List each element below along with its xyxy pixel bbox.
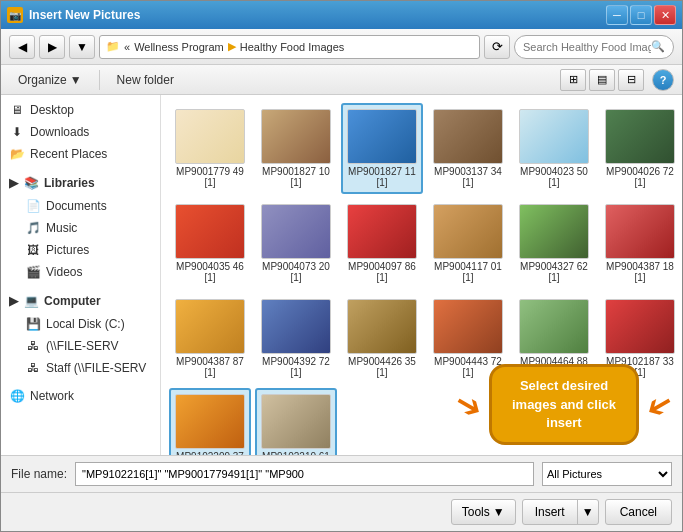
refresh-button[interactable]: ⟳ (484, 35, 510, 59)
file-item[interactable]: MP9102210 61[1] (255, 388, 337, 455)
file-thumbnail (519, 299, 589, 354)
insert-button[interactable]: Insert ▼ (522, 499, 599, 525)
sidebar: 🖥 Desktop ⬇ Downloads 📂 Recent Places ▶ … (1, 95, 161, 455)
cancel-button[interactable]: Cancel (605, 499, 672, 525)
sidebar-item-local-disk[interactable]: 💾 Local Disk (C:) (17, 313, 160, 335)
file-name: MP9003137 34[1] (433, 166, 503, 188)
organize-arrow: ▼ (70, 73, 82, 87)
file-item[interactable]: MP9102187 33[1] (599, 293, 681, 384)
file-item[interactable]: MP9004097 86[1] (341, 198, 423, 289)
network-icon: 🌐 (9, 388, 25, 404)
file-thumbnail (175, 299, 245, 354)
sidebar-section-computer[interactable]: ▶ 💻 Computer (1, 289, 160, 313)
file-thumbnail (261, 204, 331, 259)
file-item[interactable]: MP9004387 18[1] (599, 198, 681, 289)
secondary-toolbar: Organize ▼ New folder ⊞ ▤ ⊟ ? (1, 65, 682, 95)
file-item[interactable]: MP9001827 10[1] (255, 103, 337, 194)
file-item[interactable]: MP9004073 20[1] (255, 198, 337, 289)
sidebar-item-desktop[interactable]: 🖥 Desktop (1, 99, 160, 121)
maximize-button[interactable]: □ (630, 5, 652, 25)
file-item[interactable]: MP9004443 72[1] (427, 293, 509, 384)
file-name: MP9004387 87[1] (175, 356, 245, 378)
sidebar-item-file-serv1[interactable]: 🖧 (\\FILE-SERV (17, 335, 160, 357)
sidebar-label-local-disk: Local Disk (C:) (46, 317, 125, 331)
sidebar-item-pictures[interactable]: 🖼 Pictures (17, 239, 160, 261)
file-item[interactable]: MP9004387 87[1] (169, 293, 251, 384)
sidebar-item-recent[interactable]: 📂 Recent Places (1, 143, 160, 165)
sidebar-item-music[interactable]: 🎵 Music (17, 217, 160, 239)
file-thumbnail (519, 109, 589, 164)
sidebar-item-videos[interactable]: 🎬 Videos (17, 261, 160, 283)
window-icon: 📷 (7, 7, 23, 23)
dropdown-button[interactable]: ▼ (69, 35, 95, 59)
window-controls: ─ □ ✕ (606, 5, 676, 25)
file-item[interactable]: MP9004327 62[1] (513, 198, 595, 289)
computer-expand-icon: ▶ (9, 294, 18, 308)
file-name: MP9001827 10[1] (261, 166, 331, 188)
sidebar-label-network: Network (30, 389, 74, 403)
sidebar-computer-children: 💾 Local Disk (C:) 🖧 (\\FILE-SERV 🖧 Staff… (1, 313, 160, 379)
file-thumbnail (433, 299, 503, 354)
filename-label: File name: (11, 467, 67, 481)
tools-arrow: ▼ (493, 505, 505, 519)
file-item[interactable]: MP9003137 34[1] (427, 103, 509, 194)
sidebar-label-downloads: Downloads (30, 125, 89, 139)
file-item[interactable]: MP9004117 01[1] (427, 198, 509, 289)
file-name: MP9004327 62[1] (519, 261, 589, 283)
file-item[interactable]: MP9001827 11[1] (341, 103, 423, 194)
sidebar-item-downloads[interactable]: ⬇ Downloads (1, 121, 160, 143)
file-thumbnail (433, 109, 503, 164)
view-controls: ⊞ ▤ ⊟ (560, 69, 644, 91)
file-name: MP9102187 33[1] (605, 356, 675, 378)
search-icon: 🔍 (651, 40, 665, 53)
computer-icon: 💻 (23, 293, 39, 309)
sidebar-label-videos: Videos (46, 265, 82, 279)
filename-input[interactable] (75, 462, 534, 486)
help-button[interactable]: ? (652, 69, 674, 91)
downloads-icon: ⬇ (9, 124, 25, 140)
sidebar-section-libraries[interactable]: ▶ 📚 Libraries (1, 171, 160, 195)
file-item[interactable]: MP9004026 72[1] (599, 103, 681, 194)
forward-button[interactable]: ▶ (39, 35, 65, 59)
insert-label: Insert (523, 500, 578, 524)
view-list-button[interactable]: ▤ (589, 69, 615, 91)
close-button[interactable]: ✕ (654, 5, 676, 25)
file-item[interactable]: MP9004392 72[1] (255, 293, 337, 384)
file-item[interactable]: MP9004035 46[1] (169, 198, 251, 289)
file-name: MP9004117 01[1] (433, 261, 503, 283)
filetype-select[interactable]: All Pictures JPEG PNG BMP GIF (542, 462, 672, 486)
action-bar: Tools ▼ Insert ▼ Cancel (1, 492, 682, 531)
file-thumbnail (261, 299, 331, 354)
file-item[interactable]: MP9004023 50[1] (513, 103, 595, 194)
sidebar-item-file-serv2[interactable]: 🖧 Staff (\\FILE-SERV (17, 357, 160, 379)
minimize-button[interactable]: ─ (606, 5, 628, 25)
file-thumbnail (433, 204, 503, 259)
view-thumbnails-button[interactable]: ⊞ (560, 69, 586, 91)
file-item[interactable]: MP9004426 35[1] (341, 293, 423, 384)
tools-button[interactable]: Tools ▼ (451, 499, 516, 525)
view-details-button[interactable]: ⊟ (618, 69, 644, 91)
sidebar-item-network[interactable]: 🌐 Network (1, 385, 160, 407)
file-item[interactable]: MP9102209 37[1] (169, 388, 251, 455)
search-input[interactable] (523, 41, 651, 53)
window-title: Insert New Pictures (29, 8, 600, 22)
sidebar-label-file-serv2: Staff (\\FILE-SERV (46, 361, 146, 375)
file-name: MP9102210 61[1] (261, 451, 331, 455)
new-folder-button[interactable]: New folder (108, 69, 183, 91)
sidebar-item-documents[interactable]: 📄 Documents (17, 195, 160, 217)
videos-icon: 🎬 (25, 264, 41, 280)
insert-dropdown-arrow[interactable]: ▼ (578, 500, 598, 524)
file-thumbnail (261, 394, 331, 449)
file-item[interactable]: MP9001779 49[1] (169, 103, 251, 194)
file-item[interactable]: MP9004464 88[1] (513, 293, 595, 384)
breadcrumb[interactable]: 📁 « Wellness Program ▶ Healthy Food Imag… (99, 35, 480, 59)
local-disk-icon: 💾 (25, 316, 41, 332)
organize-button[interactable]: Organize ▼ (9, 69, 91, 91)
pictures-icon: 🖼 (25, 242, 41, 258)
back-button[interactable]: ◀ (9, 35, 35, 59)
sidebar-label-recent: Recent Places (30, 147, 107, 161)
sidebar-libraries-children: 📄 Documents 🎵 Music 🖼 Pictures 🎬 Videos (1, 195, 160, 283)
search-box: 🔍 (514, 35, 674, 59)
file-name: MP9004426 35[1] (347, 356, 417, 378)
insert-pictures-window: 📷 Insert New Pictures ─ □ ✕ ◀ ▶ ▼ 📁 « We… (0, 0, 683, 532)
